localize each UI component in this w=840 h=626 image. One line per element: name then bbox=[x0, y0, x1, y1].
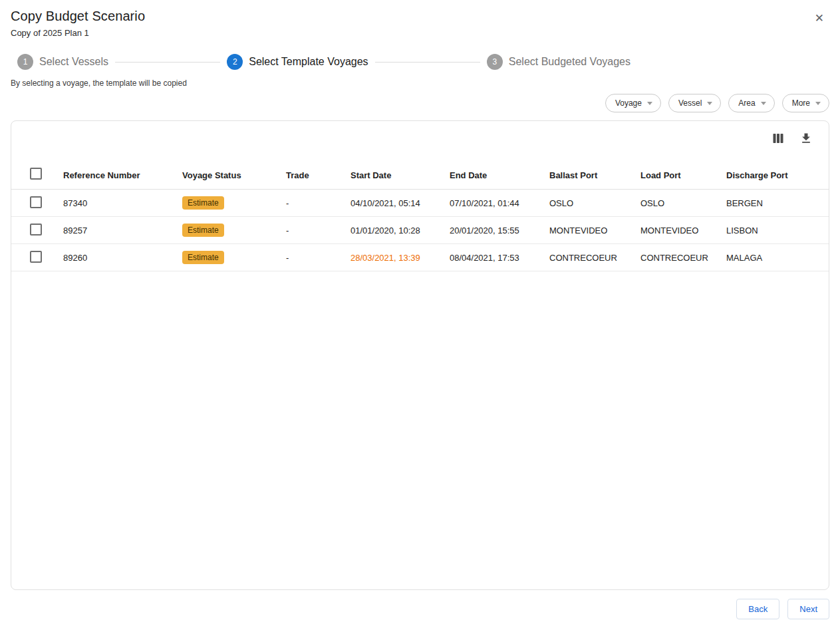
cell-load-port: OSLO bbox=[640, 198, 726, 208]
voyage-filter-label: Voyage bbox=[615, 98, 642, 108]
step-2-label: Select Template Voyages bbox=[249, 56, 368, 68]
step-select-vessels: 1 Select Vessels bbox=[17, 54, 108, 70]
table-toolbar bbox=[11, 121, 829, 152]
back-button[interactable]: Back bbox=[736, 599, 779, 619]
vessel-filter-chip[interactable]: Vessel bbox=[668, 94, 721, 112]
dialog-subtitle: Copy of 2025 Plan 1 bbox=[11, 28, 145, 38]
filter-bar: Voyage Vessel Area More bbox=[0, 94, 840, 112]
voyages-table-panel: Reference Number Voyage Status Trade Sta… bbox=[11, 120, 829, 590]
cell-end-date: 20/01/2020, 15:55 bbox=[450, 226, 549, 235]
step-select-template-voyages: 2 Select Template Voyages bbox=[227, 54, 368, 70]
table-row[interactable]: 87340 Estimate - 04/10/2021, 05:14 07/10… bbox=[11, 190, 829, 217]
selection-hint: By selecting a voyage, the template will… bbox=[0, 78, 840, 88]
cell-end-date: 08/04/2021, 17:53 bbox=[450, 253, 549, 263]
select-all-cell bbox=[11, 168, 63, 182]
chevron-down-icon bbox=[815, 102, 821, 105]
row-checkbox-cell bbox=[11, 224, 63, 237]
cell-reference-number: 87340 bbox=[63, 198, 182, 208]
step-select-budgeted-voyages: 3 Select Budgeted Voyages bbox=[487, 54, 630, 70]
row-checkbox[interactable] bbox=[30, 251, 42, 263]
cell-discharge-port: LISBON bbox=[726, 226, 829, 235]
column-header-voyage-status[interactable]: Voyage Status bbox=[182, 170, 286, 180]
cell-voyage-status: Estimate bbox=[182, 224, 286, 237]
cell-end-date: 07/10/2021, 01:44 bbox=[450, 198, 549, 208]
chevron-down-icon bbox=[647, 102, 652, 105]
column-header-load-port[interactable]: Load Port bbox=[640, 170, 726, 180]
cell-discharge-port: BERGEN bbox=[726, 198, 829, 208]
close-icon[interactable]: ✕ bbox=[809, 9, 829, 28]
table-row[interactable]: 89257 Estimate - 01/01/2020, 10:28 20/01… bbox=[11, 217, 829, 244]
table-header-row: Reference Number Voyage Status Trade Sta… bbox=[11, 161, 829, 190]
next-button[interactable]: Next bbox=[787, 599, 829, 619]
step-3-label: Select Budgeted Voyages bbox=[509, 56, 630, 68]
chevron-down-icon bbox=[761, 102, 766, 105]
column-header-start-date[interactable]: Start Date bbox=[350, 170, 450, 180]
dialog-title-block: Copy Budget Scenario Copy of 2025 Plan 1 bbox=[11, 9, 145, 38]
dialog-footer: Back Next bbox=[0, 590, 840, 619]
cell-start-date: 28/03/2021, 13:39 bbox=[350, 253, 450, 263]
cell-load-port: MONTEVIDEO bbox=[640, 226, 726, 235]
table-row[interactable]: 89260 Estimate - 28/03/2021, 13:39 08/04… bbox=[11, 244, 829, 271]
column-header-trade[interactable]: Trade bbox=[286, 170, 350, 180]
step-3-circle: 3 bbox=[487, 54, 503, 70]
cell-ballast-port: MONTEVIDEO bbox=[549, 226, 640, 235]
dialog-title: Copy Budget Scenario bbox=[11, 9, 145, 24]
column-header-discharge-port[interactable]: Discharge Port bbox=[726, 170, 829, 180]
cell-trade: - bbox=[286, 253, 350, 263]
status-badge: Estimate bbox=[182, 224, 224, 237]
cell-voyage-status: Estimate bbox=[182, 196, 286, 210]
area-filter-chip[interactable]: Area bbox=[728, 94, 774, 112]
row-checkbox[interactable] bbox=[30, 224, 42, 235]
step-connector bbox=[115, 62, 220, 63]
cell-reference-number: 89260 bbox=[63, 253, 182, 263]
more-filter-label: More bbox=[792, 98, 810, 108]
more-filter-chip[interactable]: More bbox=[782, 94, 829, 112]
chevron-down-icon bbox=[707, 102, 712, 105]
status-badge: Estimate bbox=[182, 251, 224, 264]
cell-start-date: 01/01/2020, 10:28 bbox=[350, 226, 450, 235]
cell-discharge-port: MALAGA bbox=[726, 253, 829, 263]
status-badge: Estimate bbox=[182, 196, 224, 210]
step-2-circle: 2 bbox=[227, 54, 243, 70]
cell-ballast-port: CONTRECOEUR bbox=[549, 253, 640, 263]
cell-reference-number: 89257 bbox=[63, 226, 182, 235]
select-all-checkbox[interactable] bbox=[30, 168, 42, 180]
step-1-circle: 1 bbox=[17, 54, 33, 70]
voyage-filter-chip[interactable]: Voyage bbox=[605, 94, 661, 112]
cell-trade: - bbox=[286, 226, 350, 235]
cell-ballast-port: OSLO bbox=[549, 198, 640, 208]
download-icon[interactable] bbox=[798, 130, 814, 146]
copy-budget-scenario-dialog: Copy Budget Scenario Copy of 2025 Plan 1… bbox=[0, 0, 840, 626]
cell-start-date: 04/10/2021, 05:14 bbox=[350, 198, 450, 208]
vessel-filter-label: Vessel bbox=[678, 98, 702, 108]
column-header-reference-number[interactable]: Reference Number bbox=[63, 170, 182, 180]
row-checkbox-cell bbox=[11, 251, 63, 265]
row-checkbox-cell bbox=[11, 196, 63, 210]
dialog-header: Copy Budget Scenario Copy of 2025 Plan 1… bbox=[0, 0, 840, 38]
cell-load-port: CONTRECOEUR bbox=[640, 253, 726, 263]
cell-voyage-status: Estimate bbox=[182, 251, 286, 264]
area-filter-label: Area bbox=[738, 98, 755, 108]
row-checkbox[interactable] bbox=[30, 196, 42, 208]
step-connector bbox=[375, 62, 480, 63]
cell-trade: - bbox=[286, 198, 350, 208]
columns-icon[interactable] bbox=[770, 130, 786, 146]
step-1-label: Select Vessels bbox=[39, 56, 108, 68]
stepper: 1 Select Vessels 2 Select Template Voyag… bbox=[0, 54, 630, 70]
column-header-ballast-port[interactable]: Ballast Port bbox=[549, 170, 640, 180]
column-header-end-date[interactable]: End Date bbox=[450, 170, 549, 180]
